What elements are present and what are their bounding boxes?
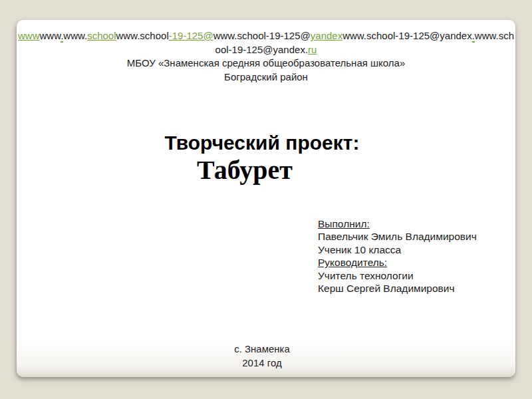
url-text: www.school-19-125@ xyxy=(213,30,311,41)
district-name: Боградский район xyxy=(0,70,532,84)
title-creative-project: Творческий проект: xyxy=(0,131,524,154)
url-text: www.sch xyxy=(475,30,514,41)
footer-year: 2014 год xyxy=(0,356,524,370)
url-hyperlink[interactable]: ru xyxy=(308,44,317,55)
url-hyperlink[interactable]: www xyxy=(18,30,40,41)
author-line-class: Ученик 10 класса xyxy=(318,243,477,256)
author-line-teacher-name: Керш Сергей Владимирович xyxy=(318,282,477,295)
slide-viewer-stage: wwwwww.www.schoolwww.school-19-125@www.s… xyxy=(0,0,532,399)
url-hyperlink[interactable]: school xyxy=(87,30,116,41)
footer-place: с. Знаменка xyxy=(0,342,524,356)
url-text: www. xyxy=(63,30,87,41)
url-hyperlink[interactable]: -19-125@ xyxy=(169,30,213,41)
author-line-teacher: Учитель технологии xyxy=(318,269,477,282)
url-text: ool-19-125@yandex. xyxy=(215,44,308,55)
url-text: www.school xyxy=(116,30,169,41)
author-block: Выполнил: Павельчик Эмиль Владимирович У… xyxy=(318,217,477,295)
header-text-block: wwwwww.www.schoolwww.school-19-125@www.s… xyxy=(0,29,532,84)
url-paragraph: wwwwww.www.schoolwww.school-19-125@www.s… xyxy=(0,29,532,57)
url-text: www xyxy=(39,30,61,41)
author-line-vypolnil: Выполнил: xyxy=(318,217,477,230)
url-line: wwwwww.www.schoolwww.school-19-125@www.s… xyxy=(0,29,532,43)
url-line: ool-19-125@yandex.ru xyxy=(0,43,532,57)
footer-block: с. Знаменка 2014 год xyxy=(0,342,524,370)
school-name: МБОУ «Знаменская средняя общеобразовател… xyxy=(0,57,532,70)
title-taburet: Табурет xyxy=(0,154,507,186)
url-hyperlink[interactable]: yandex xyxy=(311,30,342,41)
author-line-name: Павельчик Эмиль Владимирович xyxy=(318,230,477,243)
title-block: Творческий проект: Табурет xyxy=(0,131,524,186)
author-line-rukovoditel: Руководитель: xyxy=(318,256,477,269)
url-text: www.school-19-125@yandex xyxy=(342,30,472,41)
